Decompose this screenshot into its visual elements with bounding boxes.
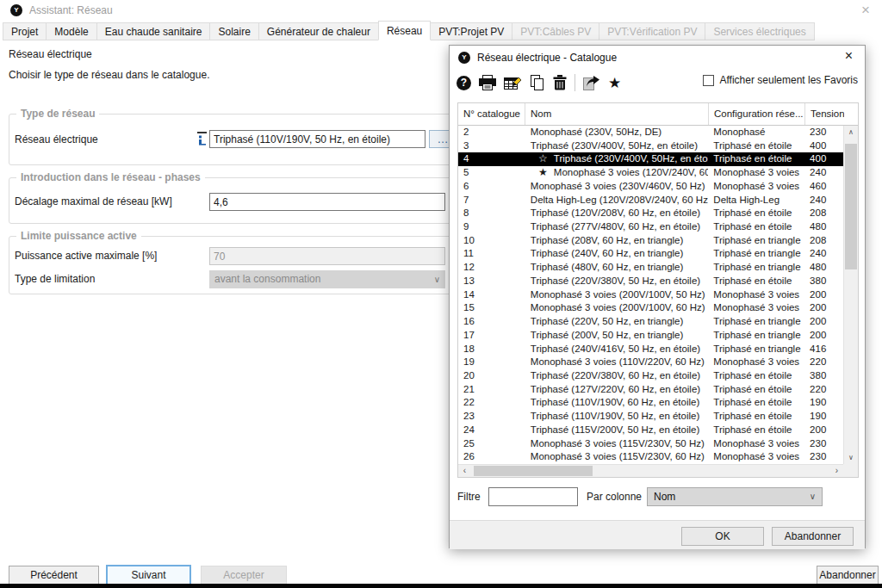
catalog-toolbar: ? [457,71,621,94]
table-row[interactable]: 18 Triphasé (240V/416V, 50 Hz, en étoile… [458,343,843,356]
group-title: Type de réseau [16,108,99,120]
window-close-icon[interactable]: × [858,2,873,19]
window-title: Assistant: Réseau [29,4,113,16]
app-window: Y Assistant: Réseau × Projet Modèle Eau … [0,0,882,588]
filter-column-value: Nom [654,491,675,503]
field-label-type-limitation: Type de limitation [15,273,95,285]
print-icon[interactable] [479,75,496,90]
favorite-star-icon: ★ [537,166,550,180]
table-row[interactable]: 23 Triphasé (110V/190V, 50 Hz, en étoile… [458,410,843,424]
favorites-filter: Afficher seulement les Favoris [703,74,858,86]
vertical-scrollbar[interactable]: ∧ ∨ [843,126,858,464]
table-row[interactable]: 9 Triphasé (277V/480V, 60 Hz, en étoile)… [458,220,843,234]
column-header-num[interactable]: N° catalogue [458,103,525,125]
field-label-puissance-max: Puissance active maximale [%] [15,250,157,262]
field-label-decalage: Décalage maximal de réseau [kW] [15,195,172,207]
table-row[interactable]: 8 Triphasé (120V/208V, 60 Hz, en étoile)… [458,207,843,220]
ok-button[interactable]: OK [681,527,764,546]
filter-label: Filtre [457,491,481,503]
favorite-icon[interactable]: ★ [608,76,621,90]
table-row[interactable]: 17 Triphasé (200V, 50 Hz, en triangle) T… [458,329,843,343]
copy-icon[interactable] [530,75,545,90]
table-row[interactable]: 24 Triphasé (115V/200V, 50 Hz, en étoile… [458,424,843,437]
table-row[interactable]: 4 ☆Triphasé (230V/400V, 50Hz, en étoile)… [458,152,843,166]
export-icon[interactable] [583,76,600,90]
delete-icon[interactable] [553,75,567,90]
table-row[interactable]: 14 Monophasé 3 voies (200V/100V, 50 Hz) … [458,288,843,302]
wizard-tab[interactable]: Projet [3,22,47,40]
group-title: Introduction dans le réseau - phases [16,171,205,183]
column-header-configuration[interactable]: Configuration rése... [709,103,805,125]
scroll-up-icon[interactable]: ∧ [844,126,858,139]
table-row[interactable]: 12 Triphasé (480V, 60 Hz, en triangle) T… [458,261,843,275]
scroll-down-icon[interactable]: ∨ [844,451,858,464]
wizard-tab[interactable]: Réseau [378,21,431,40]
table-row[interactable]: 19 Monophasé 3 voies (110V/220V, 60 Hz) … [458,356,843,369]
accept-button: Accepter [201,566,287,585]
favorites-label: Afficher seulement les Favoris [719,74,858,86]
horizontal-scroll-thumb[interactable] [474,466,593,476]
wizard-tab[interactable]: PVT:Câbles PV [512,22,599,40]
wizard-tab[interactable]: Eau chaude sanitaire [96,22,211,40]
favorite-star-icon: ☆ [537,152,550,166]
vertical-scroll-thumb[interactable] [845,144,857,269]
table-row[interactable]: 10 Triphasé (208V, 60 Hz, en triangle) T… [458,234,843,248]
table-row[interactable]: 15 Monophasé 3 voies (200V/100V, 60 Hz) … [458,301,843,315]
table-row[interactable]: 25 Monophasé 3 voies (115V/230V, 50 Hz) … [458,437,843,451]
table-row[interactable]: 21 Triphasé (127V/220V, 60 Hz, en étoile… [458,383,843,397]
edit-catalog-icon[interactable] [504,75,522,90]
help-icon[interactable]: ? [457,76,471,90]
dialog-title: Réseau électrique - Catalogue [477,52,617,64]
table-header: N° catalogue Nom Configuration rése... T… [458,103,858,126]
abandon-button-dialog[interactable]: Abandonner [772,527,854,546]
toolbar-separator [575,74,575,91]
table-row[interactable]: 2 Monophasé (230V, 50Hz, DE) Monophasé 2… [458,126,843,139]
group-title: Limite puissance active [16,230,141,242]
column-header-nom[interactable]: Nom [525,103,709,125]
app-logo-icon: Y [10,4,22,16]
table-row[interactable]: 16 Triphasé (220V, 50 Hz, en triangle) T… [458,315,843,329]
wizard-tab[interactable]: Modèle [46,22,96,40]
table-row[interactable]: 11 Triphasé (240V, 60 Hz, en triangle) T… [458,247,843,261]
previous-button[interactable]: Précédent [9,566,99,585]
table-row[interactable]: 6 Monophasé 3 voies (230V/460V, 50 Hz) M… [458,180,843,194]
catalog-reference-icon [197,132,208,149]
column-header-tension[interactable]: Tension [805,103,844,125]
abandon-button-main[interactable]: Abandonner [817,566,879,585]
dialog-titlebar: Y Réseau électrique - Catalogue × [450,46,865,70]
wizard-tab[interactable]: Services électriques [705,22,814,40]
field-label-reseau-electrique: Réseau électrique [15,133,98,145]
scroll-left-icon[interactable]: ‹ [458,465,471,477]
favorites-checkbox[interactable] [703,75,714,86]
catalog-dialog: Y Réseau électrique - Catalogue × ? [449,45,866,548]
table-row[interactable]: 7 Delta High-Leg (120V/208V/240V, 60 Hz)… [458,194,843,207]
page-title: Réseau électrique [9,48,92,60]
type-limitation-select: avant la consommation ∨ [209,270,445,288]
catalog-table: N° catalogue Nom Configuration rése... T… [457,102,859,478]
dialog-footer: OK Abandonner [450,520,865,549]
wizard-tab[interactable]: Solaire [209,22,258,40]
next-button[interactable]: Suivant [106,565,191,585]
table-row[interactable]: 3 Triphasé (230V/400V, 50Hz, en étoile) … [458,139,843,153]
table-row[interactable]: 13 Triphasé (220V/380V, 50 Hz, en étoile… [458,275,843,288]
wizard-tab[interactable]: PVT:Projet PV [430,22,512,40]
decalage-maximal-input[interactable] [209,193,445,211]
puissance-active-input [209,247,445,265]
scroll-right-icon[interactable]: › [830,465,843,477]
dialog-logo-icon: Y [458,52,470,64]
bottom-strip [0,584,882,588]
filter-column-select[interactable]: Nom ∨ [647,487,823,506]
filter-input[interactable] [488,487,578,506]
horizontal-scrollbar[interactable]: ‹ › [458,464,843,477]
chevron-down-icon: ∨ [810,488,816,505]
table-row[interactable]: 5 ★Monophasé 3 voies (120V/240V, 60 Hz) … [458,166,843,180]
per-column-label: Par colonne [587,491,642,503]
wizard-tab[interactable]: Générateur de chaleur [258,22,379,40]
table-row[interactable]: 20 Triphasé (220V/380V, 60 Hz, en étoile… [458,369,843,383]
dialog-close-icon[interactable]: × [842,48,856,64]
reseau-electrique-input[interactable] [209,130,425,148]
catalog-table-body: 2 Monophasé (230V, 50Hz, DE) Monophasé 2… [458,126,843,464]
table-row[interactable]: 26 Monophasé 3 voies (115V/230V, 60 Hz) … [458,450,843,464]
table-row[interactable]: 22 Triphasé (110V/190V, 60 Hz, en étoile… [458,396,843,410]
wizard-tab[interactable]: PVT:Vérification PV [599,22,705,40]
